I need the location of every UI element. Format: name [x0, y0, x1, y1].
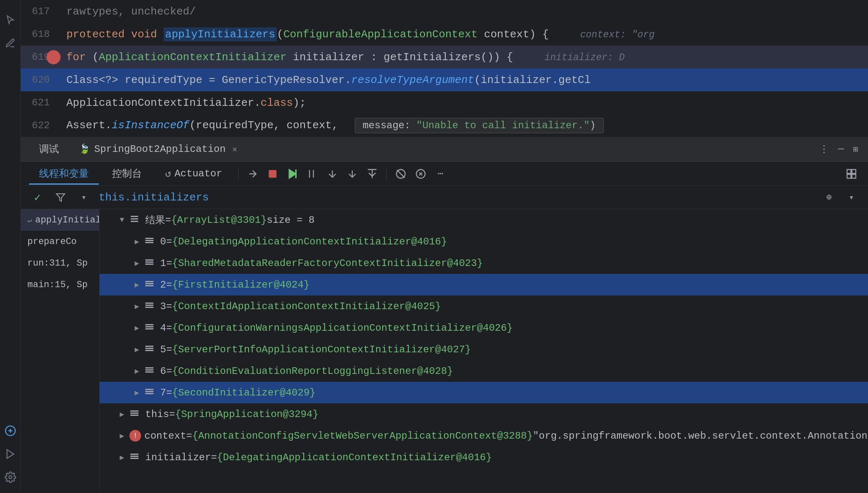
step-out-btn[interactable] [324, 166, 341, 182]
debug-tab-actions: ⋮ ─ ⊞ [817, 142, 860, 157]
var-item-6[interactable]: ▶ 6 = {ConditionEvaluationReportLoggingL… [100, 360, 868, 382]
field-icon-this [129, 409, 142, 420]
field-icon-3 [144, 301, 157, 312]
layout-btn[interactable] [843, 166, 860, 182]
expand-this-icon[interactable]: ▶ [115, 407, 129, 422]
minimize-icon[interactable]: ─ [836, 142, 846, 156]
var-item-7[interactable]: ▶ 7 = {SecondInitializer@4029} [100, 382, 868, 403]
tab-console[interactable]: 控制台 [102, 164, 152, 185]
force-step-into-btn[interactable] [364, 166, 380, 182]
expand-item1-icon[interactable]: ▶ [129, 256, 144, 271]
svg-rect-27 [145, 285, 154, 286]
watch-dropdown-btn[interactable]: ▾ [843, 189, 860, 206]
debug-toolbar: 线程和变量 控制台 ↺ Actuator [21, 162, 868, 186]
line-number-621: 621 [21, 97, 62, 108]
edit-tool-icon[interactable] [3, 36, 18, 51]
line-content-618: protected void applyInitializers(Configu… [62, 28, 868, 41]
pause-btn[interactable] [304, 166, 321, 182]
tab-threads-vars[interactable]: 线程和变量 [29, 164, 99, 185]
svg-rect-21 [145, 242, 154, 243]
tab-spring-app[interactable]: 🍃 SpringBoot2Application ✕ [69, 140, 250, 159]
code-line-619: 619 for (ApplicationContextInitializer i… [21, 46, 868, 68]
field-icon-4 [144, 323, 157, 333]
watch-expression-input[interactable] [99, 191, 814, 204]
svg-rect-38 [145, 369, 154, 371]
split-view-icon[interactable]: ⊞ [851, 142, 860, 156]
svg-rect-22 [145, 259, 154, 261]
more-options-icon[interactable]: ⋮ [817, 142, 831, 157]
stop-btn[interactable] [264, 166, 281, 182]
tooltip-box: message: "Unable to call initializer.") [355, 118, 604, 133]
left-sidebar [0, 0, 21, 493]
svg-rect-45 [130, 415, 139, 416]
stack-item-prepare[interactable]: prepareCo [21, 231, 99, 252]
var-result[interactable]: ▼ 结果 = {ArrayList@3301} size = 8 [100, 209, 868, 231]
expand-item0-icon[interactable]: ▶ [129, 234, 144, 249]
expand-result-icon[interactable]: ▼ [115, 212, 129, 227]
watch-checkmark-btn[interactable]: ✓ [29, 189, 46, 206]
var-context[interactable]: ▶ ! context = {AnnotationConfigServletWe… [100, 425, 868, 447]
tab-debug[interactable]: 调试 [29, 139, 69, 160]
step-over-btn[interactable] [244, 166, 261, 182]
svg-rect-26 [145, 283, 154, 284]
line-content-622: Assert.isInstanceOf(requiredType, contex… [62, 118, 868, 133]
more-actions-btn[interactable]: ⋯ [432, 166, 449, 182]
watch-filter-btn[interactable] [52, 189, 69, 206]
var-item-3[interactable]: ▶ 3 = {ContextIdApplicationContextInitia… [100, 295, 868, 317]
svg-rect-11 [847, 169, 851, 173]
expand-item4-icon[interactable]: ▶ [129, 320, 144, 335]
expand-item6-icon[interactable]: ▶ [129, 364, 144, 378]
clear-all-btn[interactable] [412, 166, 429, 182]
watch-add-btn[interactable]: ⊕ [821, 189, 837, 206]
stack-item-run[interactable]: run:311, Sp [21, 252, 99, 274]
expand-item2-icon[interactable]: ▶ [129, 277, 144, 292]
tab-close-icon[interactable]: ✕ [230, 143, 240, 155]
code-line-618: 618 protected void applyInitializers(Con… [21, 23, 868, 46]
svg-rect-35 [145, 348, 154, 349]
svg-rect-24 [145, 264, 154, 265]
cursor-tool-icon[interactable] [3, 12, 18, 27]
svg-rect-40 [145, 389, 154, 390]
watch-expand-btn[interactable]: ▾ [76, 189, 92, 206]
line-number-618: 618 [21, 29, 62, 40]
svg-rect-16 [131, 216, 138, 217]
line-number-617: 617 [21, 6, 62, 17]
debug-tool-icon[interactable] [3, 423, 18, 438]
svg-rect-20 [145, 240, 154, 241]
play-tool-icon[interactable] [3, 447, 18, 461]
line-number-622: 622 [21, 120, 62, 131]
watches-bar: ✓ ▾ ⊕ ▾ [21, 186, 868, 209]
var-item-4[interactable]: ▶ 4 = {ConfigurationWarningsApplicationC… [100, 317, 868, 339]
var-item-2[interactable]: ▶ 2 = {FirstInitializer@4024} [100, 274, 868, 295]
svg-marker-4 [289, 169, 296, 178]
svg-rect-3 [268, 170, 276, 178]
var-item-1[interactable]: ▶ 1 = {SharedMetadataReaderFactoryContex… [100, 252, 868, 274]
svg-rect-25 [145, 281, 154, 282]
var-item-0[interactable]: ▶ 0 = {DelegatingApplicationContextIniti… [100, 231, 868, 252]
stack-item-main[interactable]: main:15, Sp [21, 274, 99, 295]
var-this[interactable]: ▶ this = {SpringApplication@3294} [100, 403, 868, 425]
expand-initializer-icon[interactable]: ▶ [115, 450, 129, 465]
expand-item5-icon[interactable]: ▶ [129, 342, 144, 357]
mute-bp-btn[interactable] [393, 166, 409, 182]
expand-item7-icon[interactable]: ▶ [129, 385, 144, 400]
tab-actuator[interactable]: ↺ Actuator [155, 164, 232, 183]
cog-icon[interactable] [3, 470, 18, 485]
line-content-620: Class<?> requiredType = GenericTypeResol… [62, 74, 868, 86]
code-line-617: 617 rawtypes, unchecked/ [21, 0, 868, 23]
svg-rect-47 [130, 456, 139, 457]
stack-item-apply[interactable]: ↵ applyInitial [21, 209, 99, 231]
expand-context-icon[interactable]: ▶ [115, 428, 129, 443]
svg-rect-12 [852, 169, 856, 173]
variables-area: ↵ applyInitial prepareCo run:311, Sp mai… [21, 209, 868, 493]
spring-icon: 🍃 [79, 144, 90, 155]
code-editor: 617 rawtypes, unchecked/ 618 protected v… [21, 0, 868, 137]
var-item-5[interactable]: ▶ 5 = {ServerPortInfoApplicationContextI… [100, 339, 868, 360]
step-into-btn[interactable] [344, 166, 361, 182]
expand-item3-icon[interactable]: ▶ [129, 299, 144, 314]
error-icon: ! [129, 430, 141, 442]
field-icon-result [129, 214, 142, 227]
var-initializer[interactable]: ▶ initializer = {DelegatingApplicationCo… [100, 447, 868, 468]
resume-btn[interactable] [284, 166, 301, 182]
svg-rect-17 [131, 218, 138, 220]
